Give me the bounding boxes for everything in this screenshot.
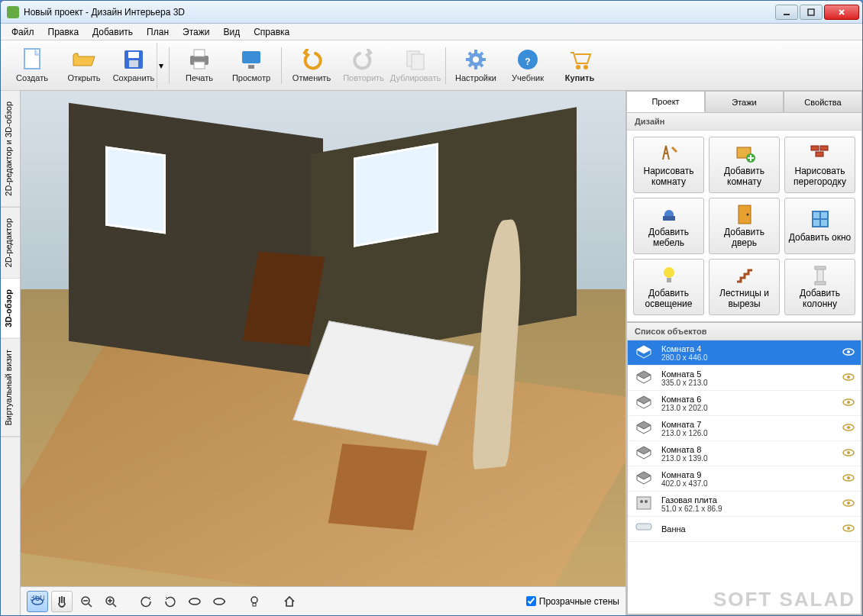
svg-rect-11	[412, 54, 424, 69]
transparent-walls-checkbox[interactable]: Прозрачные стены	[526, 596, 619, 607]
svg-rect-36	[667, 278, 671, 282]
tab-2d-editor[interactable]: 2D-редактор	[1, 208, 20, 279]
save-dropdown[interactable]: ▾	[157, 43, 164, 89]
object-row[interactable]: Ванна	[628, 517, 861, 542]
menu-add[interactable]: Добавить	[86, 25, 139, 39]
tab-3d-view[interactable]: 3D-обзор	[1, 279, 20, 339]
object-icon	[634, 469, 655, 488]
print-button[interactable]: Печать	[174, 43, 225, 89]
objects-section-header: Список объектов	[627, 323, 861, 340]
add-furniture-button[interactable]: Добавить мебель	[633, 198, 704, 254]
svg-text:?: ?	[525, 56, 530, 67]
menu-plan[interactable]: План	[141, 25, 175, 39]
add-room-button[interactable]: Добавить комнату	[709, 137, 780, 193]
preview-button[interactable]: Просмотр	[226, 43, 276, 89]
svg-rect-8	[242, 51, 260, 63]
tilt-left-button[interactable]	[184, 591, 205, 612]
svg-rect-28	[811, 146, 819, 150]
svg-rect-30	[816, 152, 823, 156]
menu-help[interactable]: Справка	[247, 25, 296, 39]
3d-scene[interactable]	[21, 91, 625, 586]
rotate-cw-button[interactable]	[160, 591, 181, 612]
close-button[interactable]	[824, 5, 859, 20]
visibility-icon[interactable]	[842, 347, 855, 359]
zoom-in-button[interactable]	[100, 591, 121, 612]
svg-rect-7	[194, 62, 205, 69]
object-row[interactable]: Комната 7 213.0 x 126.0	[628, 416, 861, 441]
draw-room-button[interactable]: Нарисовать комнату	[633, 137, 704, 193]
tutorial-button[interactable]: ?Учебник	[503, 43, 553, 89]
menu-edit[interactable]: Правка	[42, 25, 86, 39]
tab-floors[interactable]: Этажи	[705, 91, 784, 112]
object-row[interactable]: Газовая плита 51.0 x 62.1 x 86.9	[628, 492, 861, 517]
svg-point-59	[847, 527, 850, 530]
visibility-icon[interactable]	[842, 373, 855, 384]
redo-button[interactable]: Повторить	[338, 43, 389, 89]
tilt-right-button[interactable]	[208, 591, 230, 612]
svg-point-43	[847, 376, 850, 379]
orbit-360-button[interactable]: 360	[27, 591, 48, 612]
draw-wall-button[interactable]: Нарисовать перегородку	[784, 137, 855, 193]
menu-floors[interactable]: Этажи	[176, 25, 215, 39]
object-icon	[634, 444, 655, 463]
watermark: SOFT SALAD	[713, 588, 855, 611]
home-view-button[interactable]	[279, 591, 300, 612]
svg-rect-1	[24, 49, 40, 69]
svg-rect-38	[815, 266, 826, 269]
visibility-icon[interactable]	[842, 498, 855, 510]
rotate-ccw-button[interactable]	[135, 591, 157, 612]
svg-rect-29	[820, 146, 828, 150]
maximize-button[interactable]	[800, 5, 823, 20]
menu-file[interactable]: Файл	[5, 25, 40, 39]
object-list[interactable]: Комната 4 280.0 x 446.0 Комната 5 335.0 …	[627, 340, 861, 614]
tab-project[interactable]: Проект	[626, 91, 705, 112]
open-button[interactable]: Открыть	[59, 43, 109, 89]
duplicate-button[interactable]: Дублировать	[390, 43, 441, 89]
object-row[interactable]: Комната 9 402.0 x 437.0	[628, 466, 861, 492]
visibility-icon[interactable]	[842, 398, 855, 409]
transparent-walls-input[interactable]	[526, 596, 536, 606]
svg-rect-0	[808, 9, 814, 15]
tab-properties[interactable]: Свойства	[784, 91, 862, 112]
visibility-icon[interactable]	[842, 524, 855, 535]
svg-rect-32	[739, 205, 751, 224]
buy-button[interactable]: Купить	[554, 43, 605, 89]
svg-point-17	[583, 65, 588, 69]
main-toolbar: Создать Открыть Сохранить ▾ Печать Просм…	[1, 40, 862, 91]
object-icon	[634, 419, 655, 437]
svg-rect-9	[248, 65, 254, 69]
object-row[interactable]: Комната 6 213.0 x 202.0	[628, 391, 861, 416]
object-row[interactable]: Комната 5 335.0 x 213.0	[628, 366, 861, 391]
undo-button[interactable]: Отменить	[286, 43, 337, 89]
svg-point-56	[847, 502, 850, 505]
object-name: Комната 6	[661, 395, 836, 404]
create-button[interactable]: Создать	[7, 43, 57, 89]
add-lighting-button[interactable]: Добавить освещение	[633, 259, 704, 315]
settings-button[interactable]: Настройки	[451, 43, 501, 89]
zoom-out-button[interactable]	[76, 591, 97, 612]
stairs-button[interactable]: Лестницы и вырезы	[709, 259, 780, 315]
menubar: Файл Правка Добавить План Этажи Вид Спра…	[1, 24, 862, 40]
visibility-icon[interactable]	[842, 423, 855, 434]
object-size: 51.0 x 62.1 x 86.9	[661, 505, 836, 513]
visibility-icon[interactable]	[842, 473, 855, 485]
menu-view[interactable]: Вид	[217, 25, 246, 39]
add-window-button[interactable]: Добавить окно	[784, 198, 855, 254]
object-row[interactable]: Комната 8 213.0 x 139.0	[628, 441, 861, 466]
minimize-button[interactable]	[775, 5, 798, 20]
pan-button[interactable]	[51, 591, 73, 612]
tab-2d-3d[interactable]: 2D-редактор и 3D-обзор	[1, 91, 20, 208]
lighting-button[interactable]	[244, 591, 265, 612]
add-column-button[interactable]: Добавить колонну	[784, 259, 855, 315]
object-row[interactable]: Комната 4 280.0 x 446.0	[628, 340, 861, 366]
visibility-icon[interactable]	[842, 448, 855, 460]
add-door-button[interactable]: Добавить дверь	[709, 198, 780, 254]
object-name: Комната 9	[661, 470, 836, 479]
object-icon	[634, 369, 655, 387]
object-icon	[634, 394, 655, 412]
tab-virtual-visit[interactable]: Виртуальный визит	[1, 339, 20, 437]
svg-rect-4	[129, 60, 138, 67]
svg-point-54	[645, 500, 648, 503]
save-button[interactable]: Сохранить	[111, 43, 157, 89]
svg-point-33	[746, 214, 748, 216]
